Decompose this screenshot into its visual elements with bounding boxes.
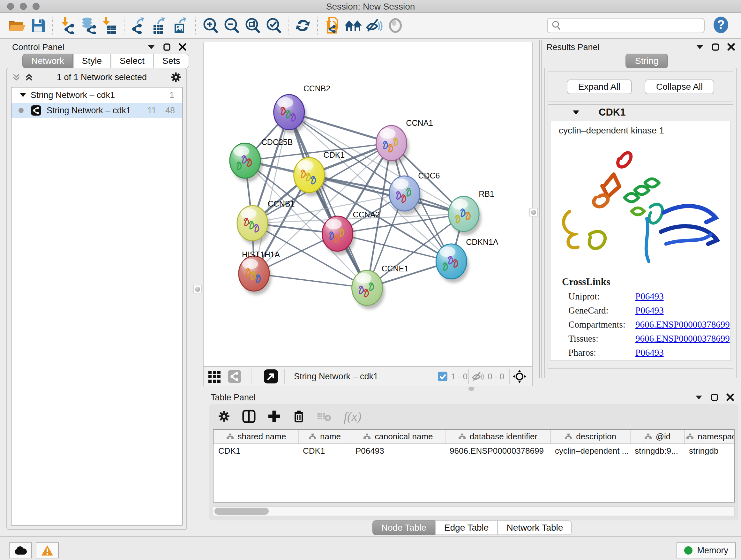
export-table-button[interactable] (149, 15, 171, 36)
function-builder-icon[interactable]: f(x) (344, 409, 361, 424)
add-column-icon[interactable] (268, 410, 280, 423)
network-node-CCNA2[interactable] (322, 216, 355, 255)
column-header-database-identifier[interactable]: database identifier (445, 430, 550, 444)
help-button[interactable]: ? (713, 16, 729, 35)
search-input[interactable] (561, 21, 700, 30)
right-splitter[interactable] (539, 40, 540, 378)
expand-all-networks-icon[interactable] (12, 73, 20, 81)
column-header-namespace[interactable]: namespace (684, 430, 735, 444)
collapse-all-button[interactable]: Collapse All (645, 79, 714, 94)
birds-eye-view-icon[interactable] (264, 369, 278, 384)
show-columns-icon[interactable] (242, 410, 256, 423)
column-header-name[interactable]: name (298, 430, 351, 444)
close-panel-icon[interactable] (726, 393, 734, 401)
footer-separator (468, 369, 469, 384)
delete-table-icon[interactable] (317, 411, 332, 422)
table-cell[interactable]: CDK1 (214, 444, 298, 458)
open-session-button[interactable] (6, 15, 27, 36)
float-panel-icon[interactable] (712, 43, 719, 51)
tab-style[interactable]: Style (73, 54, 111, 68)
collapse-panel-icon[interactable] (695, 395, 703, 400)
table-cell[interactable]: 9606.ENSP00000378699 (445, 444, 550, 458)
table-cell[interactable]: CDK1 (298, 444, 351, 458)
tree-expander-icon[interactable] (20, 92, 26, 98)
network-node-CCNE1[interactable] (352, 270, 385, 309)
network-options-gear-icon[interactable] (171, 72, 181, 83)
tab-node-table[interactable]: Node Table (373, 520, 435, 535)
tab-network[interactable]: Network (22, 54, 73, 68)
export-image-button[interactable] (171, 15, 192, 36)
tab-string[interactable]: String (625, 54, 668, 68)
zoom-out-button[interactable] (221, 15, 242, 36)
selected-node-edge-counts: 1 - 0 (451, 372, 468, 381)
tab-sets[interactable]: Sets (153, 54, 189, 68)
network-node-CDKN1A[interactable] (436, 244, 469, 283)
save-session-button[interactable] (27, 15, 49, 36)
network-node-CCNA1[interactable] (376, 125, 409, 165)
float-panel-icon[interactable] (163, 43, 171, 51)
import-table-button[interactable] (99, 15, 120, 36)
section-expander-icon[interactable] (572, 110, 580, 115)
import-network-database-button[interactable] (78, 15, 99, 36)
tab-select[interactable]: Select (111, 54, 153, 68)
float-panel-icon[interactable] (711, 393, 718, 401)
hidden-eye-slash-icon[interactable] (472, 371, 484, 382)
network-node-CDC25B[interactable] (230, 143, 263, 182)
network-view-mode-icon[interactable] (227, 369, 242, 383)
expand-all-button[interactable]: Expand All (567, 79, 632, 94)
warnings-button[interactable] (36, 543, 59, 558)
export-network-icon (131, 17, 147, 34)
network-row[interactable]: String Network – cdk1 11 48 (11, 103, 182, 118)
grid-view-icon[interactable] (208, 369, 222, 383)
column-header-description[interactable]: description (550, 430, 630, 444)
cloud-tasks-button[interactable] (9, 543, 32, 558)
gene-section-header[interactable]: CDK1 (548, 105, 733, 120)
footer-separator (251, 369, 252, 384)
show-all-button[interactable] (385, 15, 406, 36)
collapse-all-networks-icon[interactable] (25, 73, 33, 81)
column-header-canonical-name[interactable]: canonical name (351, 430, 445, 444)
table-cell[interactable]: P06493 (351, 444, 445, 458)
table-cell[interactable]: stringdb (684, 444, 735, 458)
table-cell[interactable]: stringdb:9... (630, 444, 684, 458)
memory-button[interactable]: Memory (677, 543, 736, 558)
hide-selected-button[interactable] (364, 15, 385, 36)
network-collection-row[interactable]: String Network – cdk1 1 (11, 87, 182, 103)
clone-network-button[interactable] (322, 15, 343, 36)
collapse-panel-icon[interactable] (147, 44, 155, 50)
zoom-in-button[interactable] (200, 15, 221, 36)
column-header--id[interactable]: @id (630, 430, 684, 444)
table-hscrollbar-thumb[interactable] (214, 508, 269, 515)
left-splitter-handle[interactable] (193, 285, 202, 294)
close-panel-icon[interactable] (727, 43, 735, 51)
close-panel-icon[interactable] (179, 43, 186, 51)
selected-checkbox-icon[interactable] (437, 371, 448, 381)
table-cell[interactable]: cyclin–dependent ... (550, 444, 630, 458)
column-header-shared-name[interactable]: shared name (214, 430, 298, 444)
crosslink-link[interactable]: 9606.ENSP00000378699 (635, 319, 730, 330)
table-options-gear-icon[interactable] (218, 410, 230, 422)
delete-column-icon[interactable] (293, 410, 305, 423)
crosslink-link[interactable]: P06493 (635, 348, 664, 358)
export-network-button[interactable] (128, 15, 149, 36)
apply-layout-button[interactable] (292, 15, 313, 36)
import-network-file-button[interactable] (57, 15, 78, 36)
crosslink-link[interactable]: P06493 (635, 305, 664, 316)
network-node-CDK1[interactable] (294, 158, 327, 196)
right-splitter-handle[interactable] (529, 208, 538, 216)
tab-edge-table[interactable]: Edge Table (435, 520, 498, 535)
zoom-selected-button[interactable] (263, 15, 284, 36)
first-neighbors-button[interactable] (343, 15, 364, 36)
crosslink-link[interactable]: 9606.ENSP00000378699 (635, 333, 730, 344)
table-row[interactable]: CDK1CDK1P064939606.ENSP00000378699cyclin… (214, 444, 735, 458)
node-table[interactable]: shared namenamecanonical namedatabase id… (213, 429, 735, 503)
pan-crosshair-icon[interactable] (513, 370, 526, 383)
zoom-fit-button[interactable] (242, 15, 263, 36)
network-node-CCNB2[interactable] (274, 95, 307, 133)
tab-network-table[interactable]: Network Table (497, 520, 572, 535)
table-hscrollbar[interactable] (213, 506, 735, 516)
network-canvas[interactable]: CCNB2CCNA1CDC25BCDK1CDC6RB1CCNB1CCNA2CDK… (203, 42, 533, 367)
network-node-RB1[interactable] (448, 196, 481, 235)
crosslink-link[interactable]: P06493 (635, 291, 664, 302)
collapse-panel-icon[interactable] (696, 44, 704, 50)
